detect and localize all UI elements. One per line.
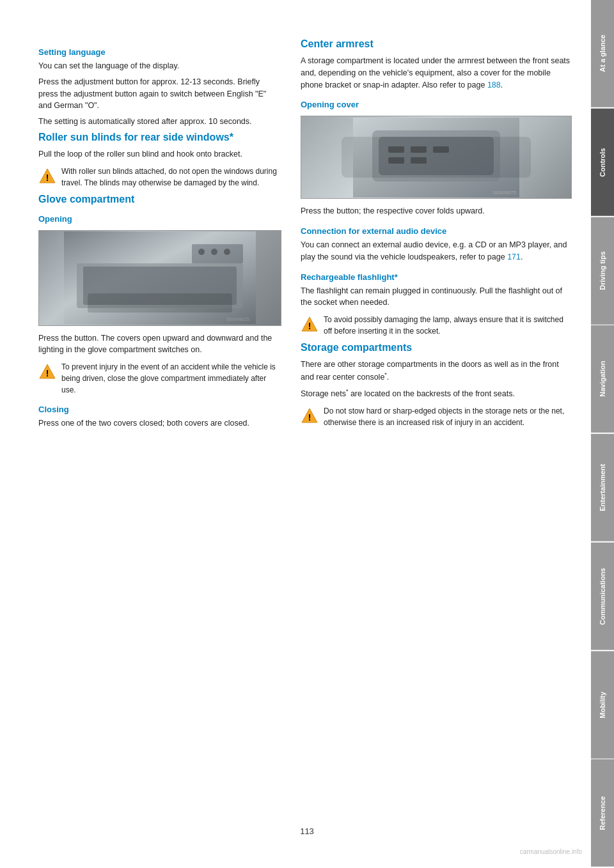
page-number: 113	[300, 826, 314, 836]
glove-compartment-opening-sub: Opening	[38, 214, 281, 224]
main-content: Setting language You can set the languag…	[0, 0, 591, 868]
right-column: Center armrest A storage compartment is …	[301, 38, 572, 842]
center-armrest-intro: A storage compartment is located under t…	[301, 55, 572, 91]
sidebar-tab-entertainment[interactable]: Entertainment	[591, 434, 614, 541]
center-armrest-intro-suffix: .	[501, 81, 503, 89]
glove-compartment-opening-text: Press the button. The covers open upward…	[38, 332, 281, 357]
center-armrest-intro-page: 188	[487, 81, 501, 89]
setting-language-para2: Press the adjustment button for approx. …	[38, 76, 281, 112]
flashlight-warning-box: ! To avoid possibly damaging the lamp, a…	[301, 314, 572, 337]
glove-compartment-img-placeholder: S0004625	[39, 231, 281, 325]
center-armrest-intro-text: A storage compartment is located under t…	[301, 56, 570, 89]
sidebar-tab-navigation[interactable]: Navigation	[591, 325, 614, 433]
warning-icon-3: !	[301, 315, 319, 333]
warning-icon-4: !	[301, 407, 319, 424]
connection-page: 171	[507, 252, 521, 261]
roller-sun-blinds-para1: Pull the loop of the roller sun blind an…	[38, 148, 281, 160]
connection-sub: Connection for external audio device	[301, 226, 572, 236]
glove-compartment-image: S0004625	[38, 230, 281, 326]
svg-rect-5	[83, 267, 237, 305]
svg-text:!: !	[46, 173, 49, 183]
storage-compartments-para1: There are other storage compartments in …	[301, 359, 572, 384]
sidebar-tab-driving-tips[interactable]: Driving tips	[591, 217, 614, 325]
flashlight-sub: Rechargeable flashlight*	[301, 272, 572, 282]
left-column: Setting language You can set the languag…	[38, 38, 281, 842]
svg-rect-21	[411, 157, 427, 164]
svg-rect-18	[411, 146, 427, 153]
center-armrest-image: S0005675	[301, 116, 572, 199]
opening-cover-text: Press the button; the respective cover f…	[301, 205, 572, 217]
glove-compartment-heading: Glove compartment	[38, 194, 281, 205]
page-container: Setting language You can set the languag…	[0, 0, 614, 868]
sidebar-tab-communications[interactable]: Communications	[591, 543, 614, 650]
sidebar-tab-reference[interactable]: Reference	[591, 759, 614, 867]
warning-icon-2: !	[38, 362, 56, 380]
svg-text:S0004625: S0004625	[226, 316, 250, 322]
svg-text:!: !	[308, 321, 311, 331]
svg-text:!: !	[46, 368, 49, 378]
setting-language-para1: You can set the language of the display.	[38, 60, 281, 72]
glove-compartment-closing-sub: Closing	[38, 405, 281, 414]
storage-compartments-section: Storage compartments There are other sto…	[301, 342, 572, 428]
svg-rect-15	[372, 130, 500, 182]
svg-rect-16	[379, 137, 494, 175]
connection-text: You can connect an external audio device…	[301, 239, 572, 263]
center-armrest-section: Center armrest A storage compartment is …	[301, 38, 572, 337]
center-armrest-heading: Center armrest	[301, 38, 572, 50]
connection-text-content: You can connect an external audio device…	[301, 240, 567, 261]
glove-compartment-closing-text: Press one of the two covers closed; both…	[38, 417, 281, 430]
roller-sun-blinds-warning-text: With roller sun blinds attached, do not …	[61, 166, 281, 189]
sidebar: At a glance Controls Driving tips Naviga…	[591, 0, 614, 868]
warning-icon: !	[38, 167, 56, 185]
setting-language-para3: The setting is automatically stored afte…	[38, 116, 281, 128]
glove-compartment-warning-text: To prevent injury in the event of an acc…	[61, 361, 281, 396]
sidebar-tab-controls[interactable]: Controls	[591, 109, 614, 216]
svg-text:S0005675: S0005675	[493, 190, 517, 196]
armrest-img-placeholder: S0005675	[301, 116, 571, 198]
glove-compartment-warning-box: ! To prevent injury in the event of an a…	[38, 361, 281, 396]
storage-compartments-para2: Storage nets* are located on the backres…	[301, 387, 572, 400]
roller-sun-blinds-heading: Roller sun blinds for rear side windows*	[38, 132, 281, 143]
flashlight-sub-text: Rechargeable flashlight*	[301, 272, 398, 282]
svg-rect-19	[433, 146, 449, 153]
flashlight-text: The flashlight can remain plugged in con…	[301, 285, 572, 309]
roller-sun-blinds-warning-box: ! With roller sun blinds attached, do no…	[38, 166, 281, 189]
svg-rect-20	[388, 157, 404, 164]
roller-sun-blinds-section: Roller sun blinds for rear side windows*…	[38, 132, 281, 189]
opening-cover-sub: Opening cover	[301, 100, 572, 109]
glove-compartment-section: Glove compartment Opening	[38, 194, 281, 430]
svg-rect-14	[353, 118, 519, 198]
storage-compartments-heading: Storage compartments	[301, 342, 572, 353]
connection-suffix: .	[521, 252, 523, 261]
svg-point-9	[224, 249, 230, 255]
flashlight-warning-text: To avoid possibly damaging the lamp, alw…	[324, 314, 572, 337]
setting-language-heading: Setting language	[38, 47, 281, 57]
setting-language-section: Setting language You can set the languag…	[38, 47, 281, 128]
svg-point-8	[211, 249, 217, 255]
svg-rect-17	[388, 146, 404, 153]
storage-compartments-warning-text: Do not stow hard or sharp-edged objects …	[324, 405, 572, 428]
svg-text:!: !	[308, 412, 311, 422]
watermark: carmanualsonline.info	[520, 848, 582, 855]
storage-compartments-warning-box: ! Do not stow hard or sharp-edged object…	[301, 405, 572, 428]
svg-point-7	[198, 249, 205, 255]
sidebar-tab-mobility[interactable]: Mobility	[591, 651, 614, 759]
sidebar-tab-at-a-glance[interactable]: At a glance	[591, 0, 614, 107]
